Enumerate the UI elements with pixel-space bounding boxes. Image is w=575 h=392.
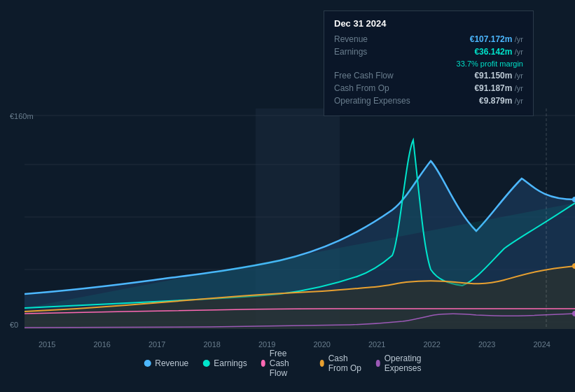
tooltip-profit-margin: 33.7% profit margin bbox=[457, 59, 523, 68]
tooltip-revenue-value: €107.172m /yr bbox=[470, 34, 523, 44]
legend-earnings[interactable]: Earnings bbox=[202, 358, 247, 368]
legend-fcf-label: Free Cash Flow bbox=[270, 349, 306, 378]
x-label-2022: 2022 bbox=[424, 340, 441, 349]
x-label-2017: 2017 bbox=[148, 340, 165, 349]
tooltip-earnings-row: Earnings €36.142m /yr bbox=[334, 47, 523, 57]
legend-cashfromop-label: Cash From Op bbox=[328, 354, 362, 373]
tooltip-opex-label: Operating Expenses bbox=[334, 96, 411, 106]
legend-earnings-dot bbox=[202, 360, 209, 367]
legend-cashfromop-dot bbox=[320, 360, 324, 367]
tooltip-opex-value: €9.879m /yr bbox=[479, 96, 523, 106]
x-axis-labels: 2015 2016 2017 2018 2019 2020 2021 2022 … bbox=[0, 340, 575, 349]
chart-container: €160m €0 2015 2016 2017 2018 2019 2020 2… bbox=[0, 0, 575, 392]
x-label-2018: 2018 bbox=[204, 340, 221, 349]
tooltip-date: Dec 31 2024 bbox=[334, 18, 523, 29]
tooltip-fcf-label: Free Cash Flow bbox=[334, 71, 411, 80]
chart-legend: Revenue Earnings Free Cash Flow Cash Fro… bbox=[144, 349, 431, 378]
legend-fcf-dot bbox=[261, 360, 265, 367]
x-label-2015: 2015 bbox=[39, 340, 55, 349]
tooltip-earnings-label: Earnings bbox=[334, 47, 411, 57]
data-tooltip: Dec 31 2024 Revenue €107.172m /yr Earnin… bbox=[324, 10, 534, 116]
legend-earnings-label: Earnings bbox=[214, 358, 247, 368]
legend-opex-label: Operating Expenses bbox=[385, 354, 431, 373]
x-label-2021: 2021 bbox=[368, 340, 385, 349]
tooltip-cashfromop-row: Cash From Op €91.187m /yr bbox=[334, 83, 523, 93]
x-label-2020: 2020 bbox=[314, 340, 331, 349]
tooltip-cashfromop-label: Cash From Op bbox=[334, 83, 411, 93]
y-axis-top-label: €160m bbox=[10, 112, 34, 120]
legend-revenue-label: Revenue bbox=[155, 358, 188, 368]
x-label-2019: 2019 bbox=[258, 340, 275, 349]
tooltip-fcf-row: Free Cash Flow €91.150m /yr bbox=[334, 71, 523, 80]
tooltip-earnings-value: €36.142m /yr bbox=[474, 47, 523, 57]
x-label-2016: 2016 bbox=[94, 340, 111, 349]
legend-opex-dot bbox=[376, 360, 380, 367]
tooltip-profit-margin-row: 33.7% profit margin bbox=[334, 59, 523, 68]
tooltip-cashfromop-value: €91.187m /yr bbox=[474, 83, 523, 93]
legend-cashfromop[interactable]: Cash From Op bbox=[320, 354, 362, 373]
tooltip-opex-row: Operating Expenses €9.879m /yr bbox=[334, 96, 523, 106]
x-label-2023: 2023 bbox=[478, 340, 495, 349]
legend-opex[interactable]: Operating Expenses bbox=[376, 354, 431, 373]
x-label-2024: 2024 bbox=[534, 340, 550, 349]
y-axis-bottom-label: €0 bbox=[10, 321, 18, 329]
tooltip-fcf-value: €91.150m /yr bbox=[474, 71, 523, 80]
tooltip-revenue-label: Revenue bbox=[334, 34, 411, 44]
tooltip-revenue-row: Revenue €107.172m /yr bbox=[334, 34, 523, 44]
legend-revenue-dot bbox=[144, 360, 151, 367]
legend-fcf[interactable]: Free Cash Flow bbox=[261, 349, 306, 378]
legend-revenue[interactable]: Revenue bbox=[144, 358, 188, 368]
